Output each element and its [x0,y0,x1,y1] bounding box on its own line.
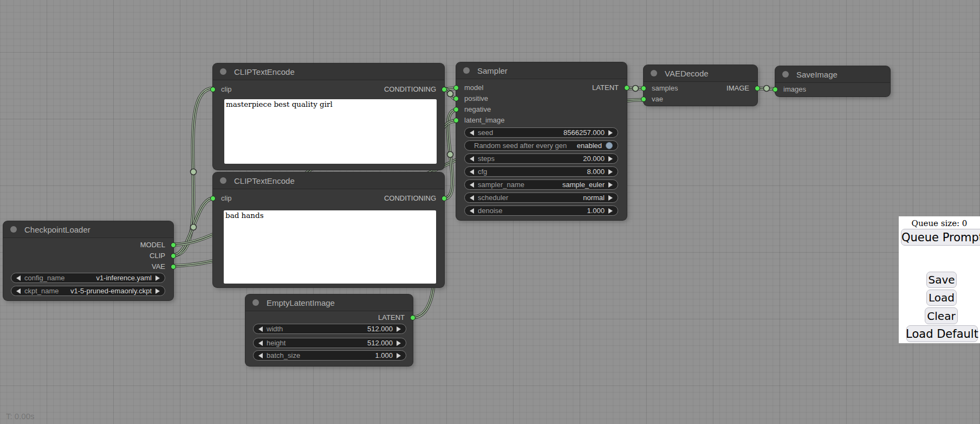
widget-label: sampler_name [478,181,524,189]
decrement-arrow-icon[interactable] [470,169,474,175]
node-title-bar[interactable]: Sampler [456,62,627,79]
input-slot-images[interactable] [773,87,778,92]
node-title-bar[interactable]: CLIPTextEncode [213,63,444,80]
input-label: clip [221,84,232,95]
widget-value: enabled [577,142,602,150]
widget-value: sample_euler [562,181,605,189]
widget-steps[interactable]: steps 20.000 [464,153,618,164]
increment-arrow-icon[interactable] [608,182,613,188]
output-slot-model[interactable] [171,242,176,248]
output-slot-latent[interactable] [624,85,629,91]
widget-sampler-name[interactable]: sampler_name sample_euler [464,179,618,190]
node-clip-text-encode-positive[interactable]: CLIPTextEncode clip CONDITIONING masterp… [213,63,444,170]
node-collapse-dot-icon[interactable] [220,68,226,75]
increment-arrow-icon[interactable] [608,169,613,175]
output-slot-latent[interactable] [410,315,416,320]
node-title-bar[interactable]: SaveImage [775,66,890,83]
output-label: LATENT [378,312,405,323]
widget-ckpt-name[interactable]: ckpt_name v1-5-pruned-emaonly.ckpt [11,286,165,296]
input-slot-negative[interactable] [453,107,459,112]
node-clip-text-encode-negative[interactable]: CLIPTextEncode clip CONDITIONING bad han… [213,172,444,287]
widget-denoise[interactable]: denoise 1.000 [464,205,618,216]
widget-scheduler[interactable]: scheduler normal [464,192,618,203]
clear-button[interactable]: Clear [925,307,958,324]
load-default-button[interactable]: Load Default [906,325,978,342]
node-empty-latent-image[interactable]: EmptyLatentImage LATENT width 512.000 he… [245,294,413,366]
input-label: vae [652,94,663,105]
output-slot-clip[interactable] [171,253,176,259]
output-slot-vae[interactable] [171,264,176,269]
input-slot-latent-image[interactable] [453,118,459,123]
widget-label: Random seed after every gen [474,142,567,150]
widget-width[interactable]: width 512.000 [253,324,406,334]
decrement-arrow-icon[interactable] [16,288,21,294]
input-slot-clip[interactable] [210,87,216,92]
queue-prompt-button[interactable]: Queue Prompt [901,229,980,246]
node-title: CLIPTextEncode [234,67,295,76]
slot-row: vae [644,94,757,105]
widget-random-seed-toggle[interactable]: Random seed after every gen enabled [464,140,618,151]
node-checkpoint-loader[interactable]: CheckpointLoader MODEL CLIP VAE config_n… [3,221,173,300]
node-collapse-dot-icon[interactable] [220,177,226,184]
increment-arrow-icon[interactable] [397,341,401,346]
node-vae-decode[interactable]: VAEDecode samples IMAGE vae [644,65,757,106]
render-time-label: T: 0.00s [6,412,35,421]
node-title-bar[interactable]: CLIPTextEncode [213,172,444,189]
node-title-bar[interactable]: VAEDecode [644,65,757,82]
output-label: MODEL [140,240,165,250]
node-title-bar[interactable]: CheckpointLoader [3,221,173,238]
prompt-textarea[interactable]: bad hands [224,210,436,284]
widget-cfg[interactable]: cfg 8.000 [464,166,618,177]
input-slot-vae[interactable] [641,97,646,102]
increment-arrow-icon[interactable] [608,156,613,162]
node-sampler[interactable]: Sampler model LATENT positive negative l… [456,62,627,220]
increment-arrow-icon[interactable] [155,275,160,281]
input-slot-model[interactable] [453,85,459,91]
input-slot-samples[interactable] [641,86,646,91]
graph-canvas[interactable]: { "canvas": { "perf_text": "T: 0.00s" },… [0,0,980,424]
node-collapse-dot-icon[interactable] [651,70,657,76]
node-collapse-dot-icon[interactable] [252,299,259,306]
decrement-arrow-icon[interactable] [470,208,474,214]
node-collapse-dot-icon[interactable] [463,67,470,74]
decrement-arrow-icon[interactable] [470,156,474,162]
widget-seed[interactable]: seed 8566257.000 [464,127,618,138]
increment-arrow-icon[interactable] [155,288,160,294]
decrement-arrow-icon[interactable] [470,130,474,136]
increment-arrow-icon[interactable] [608,130,613,136]
node-title: CheckpointLoader [24,225,90,234]
decrement-arrow-icon[interactable] [16,275,21,281]
input-label: model [464,82,483,93]
increment-arrow-icon[interactable] [608,208,613,214]
input-slot-positive[interactable] [453,96,459,101]
increment-arrow-icon[interactable] [397,353,401,358]
widget-config-name[interactable]: config_name v1-inference.yaml [11,273,165,283]
decrement-arrow-icon[interactable] [258,341,263,346]
input-label: clip [221,193,232,204]
decrement-arrow-icon[interactable] [470,195,474,201]
increment-arrow-icon[interactable] [397,326,401,332]
load-button[interactable]: Load [926,290,957,306]
slot-row: clip CONDITIONING [213,84,444,95]
decrement-arrow-icon[interactable] [470,182,474,188]
decrement-arrow-icon[interactable] [258,326,263,332]
input-label: latent_image [464,115,504,126]
toggle-circle-icon[interactable] [606,142,613,149]
node-save-image[interactable]: SaveImage images [775,66,890,97]
output-slot-image[interactable] [755,86,760,91]
widget-batch-size[interactable]: batch_size 1.000 [253,350,406,361]
widget-value: 1.000 [375,351,393,359]
widget-height[interactable]: height 512.000 [253,338,406,348]
save-button[interactable]: Save [926,272,957,288]
input-slot-clip[interactable] [210,196,216,201]
node-collapse-dot-icon[interactable] [782,71,789,78]
output-slot-conditioning[interactable] [442,87,447,92]
output-slot-conditioning[interactable] [442,196,447,201]
increment-arrow-icon[interactable] [608,195,613,201]
output-row-clip: CLIP [3,250,173,261]
prompt-textarea[interactable]: masterpiece best quality girl [224,99,437,164]
decrement-arrow-icon[interactable] [258,353,263,358]
node-collapse-dot-icon[interactable] [10,226,17,233]
queue-panel: Queue size: 0 Queue Prompt Save Load Cle… [899,216,980,343]
node-title-bar[interactable]: EmptyLatentImage [245,294,413,311]
